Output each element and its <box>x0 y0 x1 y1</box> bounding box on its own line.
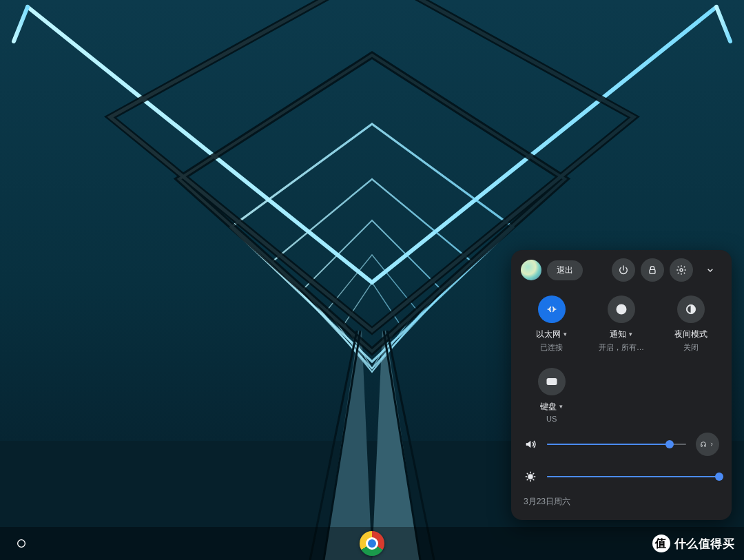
svg-point-9 <box>680 269 683 271</box>
night-light-toggle[interactable]: 夜间模式 关闭 <box>657 295 726 353</box>
svg-rect-8 <box>650 269 655 273</box>
launcher-icon <box>16 538 27 549</box>
keyboard-status: US <box>546 415 557 423</box>
chrome-app-icon[interactable] <box>360 531 384 556</box>
power-icon <box>618 265 629 276</box>
power-button[interactable] <box>612 258 635 282</box>
brightness-slider[interactable] <box>547 471 719 482</box>
svg-rect-12 <box>547 379 556 384</box>
watermark-badge: 值 <box>652 535 670 552</box>
settings-button[interactable] <box>670 258 693 282</box>
chevron-down-icon <box>705 265 716 276</box>
lock-button[interactable] <box>641 258 664 282</box>
notifications-toggle[interactable]: 通知▾ 开启，所有… <box>586 295 656 353</box>
panel-date: 3月23日周六 <box>511 490 732 509</box>
volume-icon[interactable] <box>524 437 537 451</box>
audio-output-button[interactable] <box>696 433 719 456</box>
svg-point-20 <box>528 475 533 479</box>
watermark-text: 什么值得买 <box>674 536 735 552</box>
user-avatar[interactable] <box>521 260 541 280</box>
quick-settings-panel: 退出 以太网▾ 已连接 通知▾ 开启，所有… <box>511 250 732 520</box>
headphones-icon <box>700 439 707 449</box>
gear-icon <box>676 265 687 276</box>
volume-row <box>511 426 732 463</box>
collapse-button[interactable] <box>699 258 722 282</box>
lock-icon <box>647 265 658 276</box>
svg-point-21 <box>18 540 25 548</box>
volume-slider[interactable] <box>547 439 686 450</box>
launcher-button[interactable] <box>10 532 33 555</box>
brightness-icon[interactable] <box>524 470 537 484</box>
night-light-icon <box>677 295 705 323</box>
network-status: 已连接 <box>540 342 563 353</box>
notifications-status: 开启，所有… <box>599 342 644 353</box>
watermark: 值 什么值得买 <box>652 535 735 552</box>
notifications-label: 通知▾ <box>610 330 632 338</box>
brightness-row <box>511 463 732 490</box>
pinned-apps <box>360 531 384 556</box>
keyboard-icon <box>538 368 566 395</box>
night-light-label: 夜间模式 <box>674 330 707 338</box>
keyboard-toggle[interactable]: 键盘▾ US <box>517 368 586 423</box>
svg-rect-19 <box>705 445 706 447</box>
network-toggle[interactable]: 以太网▾ 已连接 <box>517 295 586 353</box>
shelf: 值 什么值得买 <box>0 527 744 560</box>
ethernet-icon <box>538 295 566 323</box>
sign-out-button[interactable]: 退出 <box>547 260 583 280</box>
network-label: 以太网▾ <box>536 330 567 338</box>
chevron-right-icon <box>708 439 715 449</box>
svg-rect-18 <box>701 445 703 447</box>
toggle-grid: 以太网▾ 已连接 通知▾ 开启，所有… 夜间模式 关闭 键盘▾ US <box>511 291 732 426</box>
do-not-disturb-icon <box>608 295 635 323</box>
keyboard-label: 键盘▾ <box>540 402 563 411</box>
panel-header: 退出 <box>511 250 732 291</box>
night-light-status: 关闭 <box>683 342 699 353</box>
